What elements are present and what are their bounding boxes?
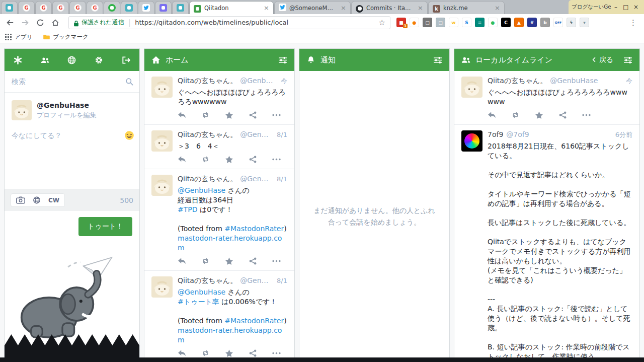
toot-button[interactable]: トゥート！ [78, 217, 132, 236]
bookmark-star-icon[interactable]: ☆ [379, 18, 385, 27]
content-link[interactable]: mastodon-rater.herokuapp.com [178, 326, 282, 344]
background-tab[interactable] [104, 1, 120, 14]
emoji-picker-icon[interactable] [124, 130, 134, 140]
tab-github[interactable]: Commits · Itabash... × [351, 1, 428, 14]
content-warning-button[interactable]: CW [48, 197, 59, 204]
asterisk-nav-button[interactable] [5, 49, 32, 71]
compose-textarea[interactable] [5, 124, 139, 189]
users-nav-button[interactable] [32, 49, 59, 71]
browser-menu-icon[interactable]: ⋮ [629, 18, 637, 27]
boost-icon[interactable] [201, 111, 210, 119]
tab-close-icon[interactable]: × [416, 4, 423, 12]
more-icon[interactable] [272, 156, 281, 163]
boost-icon[interactable] [201, 257, 210, 265]
globe-nav-button[interactable] [58, 49, 86, 71]
background-tab[interactable]: G [69, 1, 86, 14]
tab-twitter[interactable]: @SomeoneMentsu... × [274, 1, 351, 14]
maximize-button[interactable]: □ [621, 4, 631, 11]
favourite-icon[interactable] [225, 257, 233, 265]
share-icon[interactable] [249, 257, 257, 265]
column-settings-icon[interactable] [433, 56, 442, 64]
display-name[interactable]: Qiitaの玄ちゃん。 [178, 175, 237, 184]
boost-icon[interactable] [511, 111, 520, 119]
background-tab[interactable] [155, 1, 172, 14]
column-settings-icon[interactable] [278, 56, 287, 64]
display-name[interactable]: 7of9 [488, 130, 503, 138]
account-handle[interactable]: @GenbuHase [550, 77, 622, 85]
avatar[interactable] [151, 276, 173, 298]
share-icon[interactable] [249, 349, 257, 357]
content-link[interactable]: #MastodonRater [224, 225, 284, 233]
search-input[interactable] [5, 71, 139, 92]
back-nav-icon[interactable] [4, 17, 16, 29]
favourite-icon[interactable] [225, 111, 233, 119]
boost-icon[interactable] [201, 156, 210, 163]
timestamp[interactable]: 今 [626, 77, 632, 86]
home-column-header[interactable]: ホーム [144, 49, 294, 71]
extension-icon[interactable]: ϟ [567, 18, 576, 27]
extension-icon[interactable]: □ [436, 18, 445, 27]
avatar[interactable] [12, 100, 32, 120]
content-link[interactable]: @GenbuHase [178, 186, 225, 194]
timestamp[interactable]: 8/1 [277, 131, 287, 138]
omnibox[interactable]: 保護された通信 | https://qiitadon.com/web/timel… [68, 16, 390, 29]
background-tab[interactable] [1, 1, 18, 14]
background-tab[interactable] [121, 1, 137, 14]
extension-icon[interactable]: ● [410, 18, 419, 27]
display-name[interactable]: Qiitaの玄ちゃん。 [178, 276, 237, 285]
apps-shortcut[interactable]: アプリ [5, 33, 32, 41]
timestamp[interactable]: 今 [281, 77, 287, 86]
extension-icon[interactable]: S [462, 18, 471, 27]
favourite-icon[interactable] [225, 349, 233, 357]
content-link[interactable]: #TPD [178, 205, 198, 213]
extension-icon[interactable]: ■1 [396, 18, 406, 27]
tab-qiitadon[interactable]: Qiitadon × [189, 1, 274, 14]
local-column-header[interactable]: ローカルタイムライン 戻る [454, 49, 639, 71]
timestamp[interactable]: 8/1 [277, 277, 287, 284]
extension-icon[interactable]: w [449, 18, 458, 27]
extension-icon[interactable]: # [527, 18, 537, 27]
avatar[interactable] [151, 77, 173, 98]
avatar[interactable] [151, 175, 173, 196]
edit-profile-link[interactable]: プロフィールを編集 [37, 111, 97, 120]
logout-nav-button[interactable] [112, 49, 139, 71]
extension-icon[interactable]: b [540, 18, 550, 27]
display-name[interactable]: Qiitaの玄ちゃん。 [178, 130, 237, 139]
gear-nav-button[interactable] [86, 49, 113, 71]
content-link[interactable]: @GenbuHase [178, 288, 225, 296]
notifications-column-header[interactable]: 通知 [299, 49, 449, 71]
background-tab[interactable] [138, 1, 154, 14]
close-button[interactable]: × [631, 4, 641, 11]
url-text[interactable]: https://qiitadon.com/web/timelines/publi… [135, 19, 374, 26]
background-tab[interactable]: G [87, 1, 103, 14]
background-tab[interactable]: G [18, 1, 35, 14]
account-handle[interactable]: @7of9 [506, 130, 611, 138]
account-handle[interactable]: @GenbuHa... [240, 77, 277, 85]
minimize-button[interactable]: – [611, 4, 621, 11]
extension-icon[interactable]: ≡ [475, 18, 485, 27]
account-handle[interactable]: @GenbuHa... [240, 130, 273, 138]
account-handle[interactable]: @GenbuHa... [240, 175, 273, 183]
tab-knzk[interactable]: k knzk.me × [428, 1, 505, 14]
content-link[interactable]: #トゥート率 [178, 298, 219, 306]
tab-close-icon[interactable]: × [262, 4, 269, 12]
background-tab[interactable]: G [52, 1, 69, 14]
display-name[interactable]: Qiitaの玄ちゃん。 [488, 77, 547, 86]
share-icon[interactable] [249, 156, 257, 163]
reply-icon[interactable] [178, 111, 186, 119]
avatar[interactable] [151, 130, 173, 152]
camera-icon[interactable] [16, 196, 25, 204]
bookmarks-folder[interactable]: ブックマーク [43, 33, 88, 41]
background-tab[interactable] [172, 1, 189, 14]
background-tab[interactable]: G [35, 1, 52, 14]
reply-icon[interactable] [178, 156, 186, 163]
display-name[interactable]: Qiitaの玄ちゃん。 [178, 77, 237, 86]
extension-icon[interactable]: C [501, 18, 511, 27]
privacy-globe-icon[interactable] [32, 196, 41, 204]
more-icon[interactable] [272, 111, 281, 119]
extension-icon[interactable]: ▾ [580, 18, 589, 27]
tab-close-icon[interactable]: × [339, 4, 346, 12]
boost-icon[interactable] [201, 349, 210, 357]
browser-home-icon[interactable] [49, 17, 61, 29]
share-icon[interactable] [249, 111, 257, 119]
